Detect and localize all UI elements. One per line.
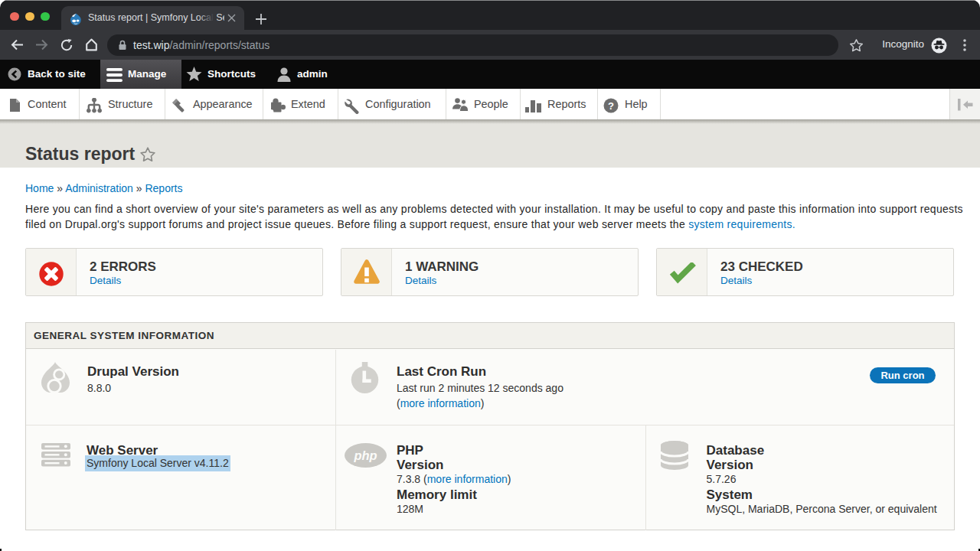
svg-text:?: ? [608, 100, 614, 112]
svg-text:php: php [353, 448, 377, 461]
